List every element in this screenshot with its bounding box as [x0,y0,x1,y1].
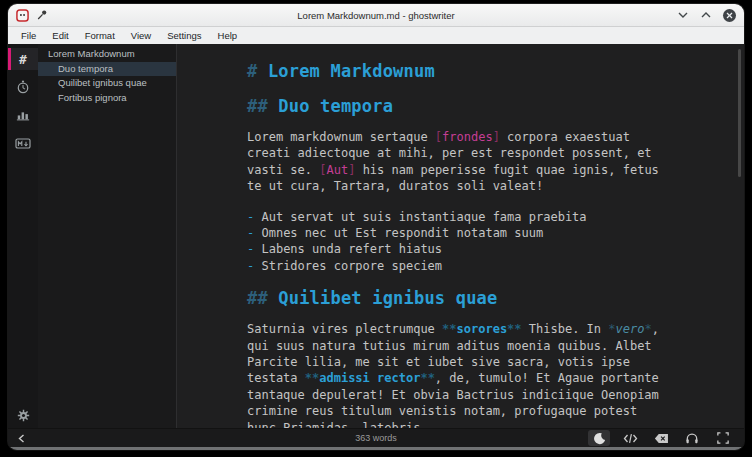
close-button[interactable] [722,8,736,22]
menu-format[interactable]: Format [78,29,122,42]
markdown-p-block: Saturnia vires plectrumque **sorores** T… [247,321,718,428]
tab-cheat-sheet[interactable] [8,132,38,154]
markdown-h2-block: ## Duo tempora [247,96,718,116]
close-icon [723,9,736,22]
chevron-up-icon [701,12,711,18]
chevron-down-icon [678,12,688,18]
code-icon [623,433,638,444]
outline-item[interactable]: Duo tempora [38,62,176,77]
ghostwriter-app-icon [16,9,29,22]
main-area: # [8,44,744,428]
markdown-h1-block: # Lorem Markdownum [247,61,718,81]
tab-document-statistics[interactable] [8,104,38,126]
menu-edit[interactable]: Edit [45,29,75,42]
bar-chart-icon [16,108,30,122]
tab-session-statistics[interactable] [8,76,38,98]
outline-item[interactable]: Quilibet ignibus quae [38,76,176,91]
menu-file[interactable]: File [14,29,43,42]
markdown-list-block: - Aut servat ut suis instantiaque fama p… [247,209,718,275]
outline-item[interactable]: Fortibus pignora [38,91,176,106]
moon-icon [593,432,606,445]
window-title: Lorem Markdownum.md - ghostwriter [8,10,744,21]
menu-view[interactable]: View [124,29,158,42]
gear-icon [17,409,30,422]
outline-item[interactable]: Lorem Markdownum [38,47,176,62]
fullscreen-button[interactable] [712,430,734,446]
editor-content[interactable]: # Lorem Markdownum## Duo temporaLorem ma… [177,44,744,428]
pin-icon[interactable] [36,9,48,21]
hash-icon: # [19,52,27,67]
status-bar: 363 words [8,428,744,447]
ghostwriter-window: Lorem Markdownum.md - ghostwriter [8,4,744,450]
settings-button[interactable] [8,402,38,428]
sidebar-tab-rail: # [8,44,38,428]
markdown-p-block: Lorem markdownum sertaque [frondes] corp… [247,129,718,195]
markdown-icon [15,137,31,150]
stopwatch-icon [16,80,30,94]
editor-scrollbar[interactable] [738,49,741,177]
outline-panel: Lorem MarkdownumDuo temporaQuilibet igni… [38,44,176,428]
markdown-h2-block: ## Quilibet ignibus quae [247,288,718,308]
menu-settings[interactable]: Settings [160,29,208,42]
tab-outline[interactable]: # [8,48,38,70]
fullscreen-icon [717,432,729,444]
maximize-button[interactable] [699,8,713,22]
html-preview-button[interactable] [619,430,641,446]
window-bottom-edge [8,447,744,450]
editor-pane: # Lorem Markdownum## Duo temporaLorem ma… [176,44,744,428]
hemingway-mode-button[interactable] [650,430,672,446]
focus-mode-button[interactable] [681,430,703,446]
desktop: Lorem Markdownum.md - ghostwriter [0,0,752,457]
minimize-button[interactable] [676,8,690,22]
menu-bar: FileEditFormatViewSettingsHelp [8,27,744,44]
dark-mode-button[interactable] [588,430,610,446]
headphones-icon [685,432,699,444]
titlebar[interactable]: Lorem Markdownum.md - ghostwriter [8,4,744,27]
menu-help[interactable]: Help [211,29,245,42]
backspace-icon [654,433,669,444]
